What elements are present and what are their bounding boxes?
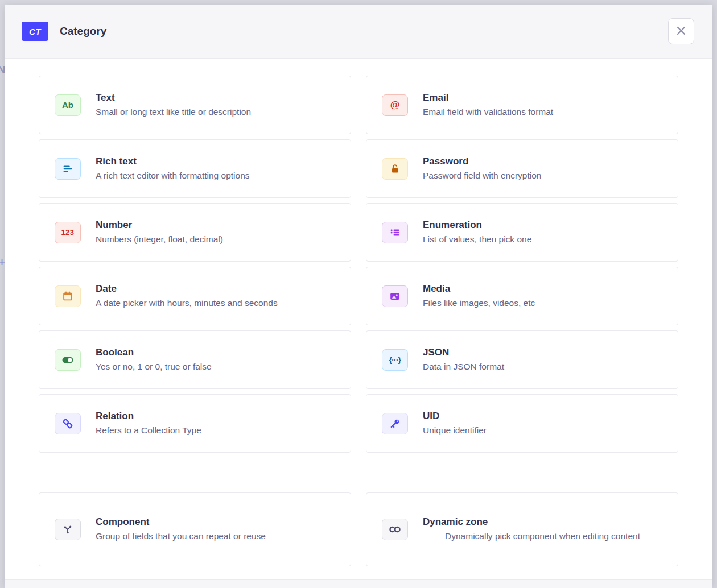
field-card-component[interactable]: Component Group of fields that you can r… [39,492,351,566]
field-card-description: Files like images, videos, etc [423,297,662,309]
date-calendar-icon [55,285,81,307]
zone-type-grid: Component Group of fields that you can r… [39,492,678,566]
boolean-toggle-icon [55,349,81,371]
field-card-title: Number [96,219,335,232]
close-icon [675,25,687,38]
field-card-password[interactable]: Password Password field with encryption [366,139,678,198]
field-card-description: Small or long text like title or descrip… [96,106,335,118]
field-card-description: Numbers (integer, float, decimal) [96,233,335,246]
field-card-description: Password field with encryption [423,169,662,182]
modal-footer [5,579,712,588]
field-type-grid: Ab Text Small or long text like title or… [39,76,678,453]
field-card-description: Refers to a Collection Type [96,424,335,437]
dynamic-zone-infinity-icon [382,519,408,540]
field-card-title: Component [96,516,335,529]
field-card-dynamic-zone[interactable]: Dynamic zone Dynamically pick component … [366,492,678,566]
field-card-description: Dynamically pick component when editing … [429,530,657,543]
relation-chain-icon [55,413,81,434]
field-card-description: Yes or no, 1 or 0, true or false [96,361,335,373]
field-type-modal: CT Category Ab Text Small or long text l… [5,5,712,588]
field-card-boolean[interactable]: Boolean Yes or no, 1 or 0, true or false [39,330,351,389]
close-button[interactable] [668,18,694,44]
content-type-badge: CT [22,22,48,41]
field-card-description: A rich text editor with formatting optio… [96,169,335,182]
field-card-number[interactable]: 123 Number Numbers (integer, float, deci… [39,203,351,262]
field-card-title: Email [423,92,662,105]
field-card-title: UID [423,410,662,423]
field-card-media[interactable]: Media Files like images, videos, etc [366,267,678,325]
field-card-title: Password [423,155,662,168]
field-card-json[interactable]: {···} JSON Data in JSON format [366,330,678,389]
field-card-uid[interactable]: UID Unique identifier [366,394,678,453]
field-card-relation[interactable]: Relation Refers to a Collection Type [39,394,351,453]
field-card-title: JSON [423,346,662,359]
field-card-description: A date picker with hours, minutes and se… [96,297,335,309]
field-card-title: Enumeration [423,219,662,232]
json-braces-icon: {···} [382,349,408,371]
field-card-date[interactable]: Date A date picker with hours, minutes a… [39,267,351,325]
field-card-description: Group of fields that you can repeat or r… [96,530,335,543]
field-card-email[interactable]: @ Email Email field with validations for… [366,76,678,134]
field-card-text[interactable]: Ab Text Small or long text like title or… [39,76,351,134]
text-ab-icon: Ab [55,94,81,116]
field-card-description: Email field with validations format [423,106,662,118]
field-card-description: Data in JSON format [423,361,662,373]
uid-key-icon [382,413,408,434]
rich-text-lines-icon [55,158,81,180]
field-card-title: Date [96,283,335,296]
media-image-icon [382,285,408,307]
field-card-title: Rich text [96,155,335,168]
field-card-title: Dynamic zone [423,516,662,529]
password-lock-icon [382,158,408,180]
field-card-title: Media [423,283,662,296]
component-branch-icon [55,519,81,540]
modal-body: Ab Text Small or long text like title or… [5,59,712,566]
field-card-title: Relation [96,410,335,423]
page-title: Category [60,25,106,38]
field-card-richtext[interactable]: Rich text A rich text editor with format… [39,139,351,198]
number-123-icon: 123 [55,222,81,243]
modal-header: CT Category [5,5,712,59]
field-card-title: Boolean [96,346,335,359]
field-card-description: List of values, then pick one [423,233,662,246]
field-card-enumeration[interactable]: Enumeration List of values, then pick on… [366,203,678,262]
field-card-description: Unique identifier [423,424,662,437]
field-card-title: Text [96,92,335,105]
email-at-icon: @ [382,94,408,116]
enumeration-list-icon [382,222,408,243]
